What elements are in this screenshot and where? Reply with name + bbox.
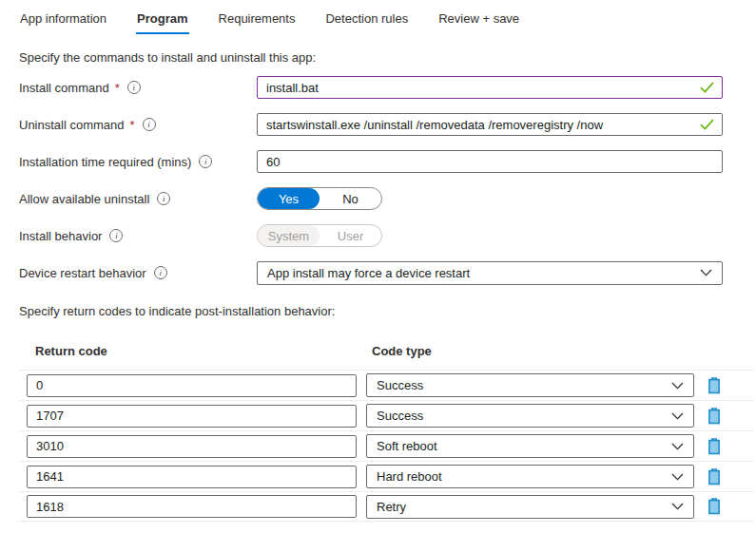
code-type-value: Success <box>377 409 423 423</box>
info-icon[interactable]: i <box>127 81 141 94</box>
tab-bar: App information Program Requirements Det… <box>19 10 756 34</box>
return-code-row: Hard reboot <box>19 461 754 491</box>
return-code-column-header: Return code <box>35 344 372 358</box>
return-codes-intro-text: Specify return codes to indicate post-in… <box>19 304 756 318</box>
info-icon[interactable]: i <box>154 266 167 279</box>
install-command-control <box>257 76 723 99</box>
uninstall-command-label-text: Uninstall command <box>19 118 125 132</box>
allow-available-uninstall-row: Allow available uninstall i Yes No <box>19 187 756 210</box>
allow-available-uninstall-label-text: Allow available uninstall <box>19 192 149 206</box>
info-icon[interactable]: i <box>109 229 123 242</box>
allow-available-uninstall-label: Allow available uninstall i <box>19 192 257 206</box>
install-command-label-text: Install command <box>19 81 109 95</box>
toggle-option-system: System <box>258 225 320 246</box>
program-form-page: App information Program Requirements Det… <box>0 0 756 522</box>
dropdown-selected-value: App install may force a device restart <box>267 266 470 280</box>
return-codes-header-row: Return code Code type <box>19 344 754 358</box>
chevron-down-icon <box>671 503 684 510</box>
install-behavior-label-text: Install behavior <box>19 229 102 243</box>
install-time-row: Installation time required (mins) i <box>19 150 756 173</box>
code-type-select[interactable]: Soft reboot <box>366 434 694 458</box>
install-time-label-text: Installation time required (mins) <box>19 155 191 169</box>
code-type-value: Success <box>377 378 423 392</box>
tab-detection-rules[interactable]: Detection rules <box>324 10 409 32</box>
valid-check-icon <box>700 119 714 130</box>
delete-row-button[interactable] <box>707 498 722 515</box>
chevron-down-icon <box>671 412 684 420</box>
info-icon[interactable]: i <box>143 118 156 131</box>
trash-icon <box>707 498 722 515</box>
code-type-value: Retry <box>377 500 406 514</box>
delete-row-button[interactable] <box>707 377 722 394</box>
code-type-select[interactable]: Success <box>366 404 694 428</box>
return-code-input[interactable] <box>27 435 357 458</box>
return-code-row: Success <box>19 370 754 400</box>
chevron-down-icon <box>671 443 684 450</box>
return-code-rows: Success Success <box>19 370 754 522</box>
install-time-control <box>257 150 723 173</box>
device-restart-behavior-row: Device restart behavior i App install ma… <box>19 261 756 284</box>
uninstall-command-control <box>257 113 723 136</box>
delete-row-button[interactable] <box>707 408 722 425</box>
chevron-down-icon <box>700 269 712 276</box>
install-command-label: Install command * i <box>19 81 257 95</box>
trash-icon <box>707 408 722 425</box>
delete-row-button[interactable] <box>707 468 722 485</box>
valid-check-icon <box>700 82 714 93</box>
delete-row-button[interactable] <box>707 438 722 455</box>
install-command-row: Install command * i <box>19 76 756 99</box>
device-restart-behavior-control: App install may force a device restart <box>257 261 723 285</box>
tab-app-information[interactable]: App information <box>19 10 107 32</box>
allow-available-uninstall-toggle: Yes No <box>257 187 382 210</box>
trash-icon <box>707 377 722 394</box>
chevron-down-icon <box>671 473 684 481</box>
device-restart-behavior-label: Device restart behavior i <box>19 266 257 280</box>
tab-program[interactable]: Program <box>136 10 188 34</box>
allow-available-uninstall-control: Yes No <box>257 187 723 210</box>
required-marker: * <box>130 118 135 132</box>
return-code-row: Success <box>19 400 754 430</box>
return-codes-table: Return code Code type Success Success <box>19 344 754 522</box>
required-marker: * <box>115 81 120 95</box>
info-icon[interactable]: i <box>157 192 170 205</box>
uninstall-command-input[interactable] <box>257 113 723 136</box>
install-command-input[interactable] <box>257 76 723 99</box>
return-code-input[interactable] <box>27 405 357 428</box>
device-restart-behavior-dropdown[interactable]: App install may force a device restart <box>257 261 723 285</box>
trash-icon <box>707 468 722 485</box>
install-behavior-control: System User <box>257 224 723 247</box>
install-behavior-toggle: System User <box>257 224 382 247</box>
return-code-input[interactable] <box>27 495 357 518</box>
return-code-row: Retry <box>19 491 754 522</box>
toggle-option-no[interactable]: No <box>320 188 381 209</box>
code-type-select[interactable]: Success <box>366 373 694 397</box>
return-code-input[interactable] <box>27 374 357 397</box>
commands-intro-text: Specify the commands to install and unin… <box>19 50 756 65</box>
info-icon[interactable]: i <box>199 155 212 168</box>
code-type-select[interactable]: Hard reboot <box>366 465 694 488</box>
install-behavior-label: Install behavior i <box>19 229 257 243</box>
tab-review-save[interactable]: Review + save <box>437 10 520 32</box>
uninstall-command-row: Uninstall command * i <box>19 113 756 136</box>
install-time-label: Installation time required (mins) i <box>19 155 257 169</box>
install-time-input[interactable] <box>257 150 723 173</box>
device-restart-behavior-label-text: Device restart behavior <box>19 266 146 280</box>
chevron-down-icon <box>671 382 684 390</box>
return-code-input[interactable] <box>27 466 357 488</box>
code-type-value: Soft reboot <box>377 439 437 453</box>
return-code-row: Soft reboot <box>19 430 754 461</box>
code-type-column-header: Code type <box>372 344 432 358</box>
trash-icon <box>707 438 722 455</box>
code-type-value: Hard reboot <box>377 469 442 484</box>
code-type-select[interactable]: Retry <box>366 495 694 519</box>
install-behavior-row: Install behavior i System User <box>19 224 756 247</box>
uninstall-command-label: Uninstall command * i <box>19 118 257 132</box>
toggle-option-user: User <box>320 225 381 246</box>
tab-requirements[interactable]: Requirements <box>218 10 297 32</box>
toggle-option-yes[interactable]: Yes <box>258 188 320 209</box>
